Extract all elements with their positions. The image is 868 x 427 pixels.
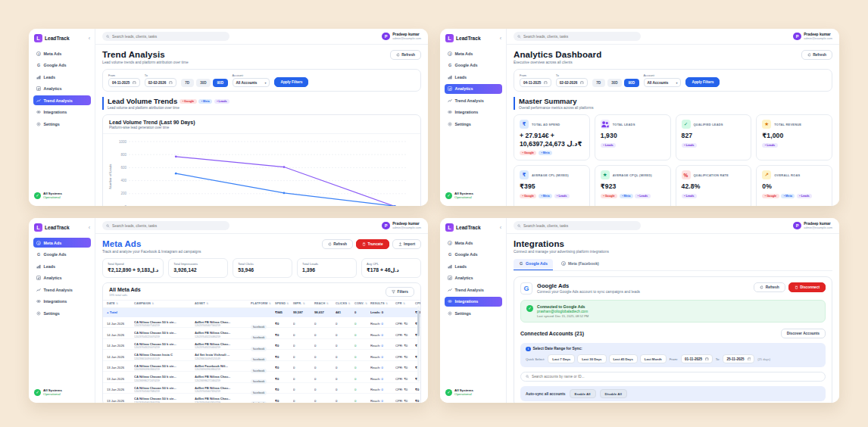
sidebar-item-settings[interactable]: Settings — [445, 119, 502, 129]
sidebar-item-analytics[interactable]: Analytics — [445, 84, 502, 94]
refresh-button[interactable]: Refresh — [322, 239, 353, 249]
from-date-input[interactable]: 04-11-2025 — [108, 78, 140, 87]
enable-all-button[interactable]: Enable All — [570, 389, 596, 398]
quick-select-last-30-days[interactable]: Last 30 Days — [577, 354, 606, 363]
search-input[interactable] — [523, 35, 637, 39]
table-row[interactable]: 14 Jan 2026CA Nilima Chavan Insta C12023… — [103, 350, 420, 361]
column-header-reach[interactable]: REACH ⇅ — [314, 302, 334, 305]
table-total-row[interactable]: + Total₹84599,58798,6574410Leads: 0₹133 — [103, 308, 420, 317]
user-chip[interactable]: P Pradeep kumar admin@example.com — [382, 222, 421, 230]
table-row[interactable]: 13 Jan 2026CA Nilima Chavan 50 k vie...1… — [103, 383, 420, 394]
range-pill-7d[interactable]: 7D — [181, 79, 194, 87]
sidebar-item-google-ads[interactable]: GGoogle Ads — [445, 250, 502, 260]
tab-google-ads[interactable]: GGoogle Ads — [514, 259, 553, 270]
column-header-impr[interactable]: IMPR. ⇅ — [293, 302, 313, 305]
sidebar-collapse-icon[interactable]: ‹ — [89, 36, 90, 41]
sidebar-item-google-ads[interactable]: GGoogle Ads — [33, 250, 91, 260]
global-search[interactable] — [102, 32, 229, 41]
sidebar-item-trend-analysis[interactable]: Trend Analysis — [445, 285, 502, 295]
sidebar-item-leads[interactable]: Leads — [445, 72, 502, 82]
table-scrollbar[interactable] — [417, 306, 420, 382]
column-header-adset[interactable]: ADSET ⇅ — [195, 302, 249, 305]
table-row[interactable]: 13 Jan 2026CA Nilima Chavan 50 k vie...1… — [103, 361, 420, 372]
to-date-input[interactable]: 02-02-2026 — [145, 78, 176, 87]
column-header-platform[interactable]: PLATFORM ⇅ — [251, 302, 273, 305]
sidebar-item-settings[interactable]: Settings — [445, 308, 502, 318]
accounts-search[interactable] — [520, 372, 826, 382]
sidebar-item-analytics[interactable]: Analytics — [33, 273, 91, 283]
discover-accounts-button[interactable]: Discover Accounts — [781, 329, 826, 338]
refresh-button[interactable]: Refresh — [801, 50, 832, 60]
range-pill-30d[interactable]: 30D — [196, 79, 211, 87]
column-header-results[interactable]: RESULTS ⇅ — [370, 302, 394, 305]
table-row[interactable]: 14 Jan 2026CA Nilima Chavan 50 k vie...1… — [103, 328, 420, 339]
apply-filters-button[interactable]: Apply Filters — [685, 77, 720, 87]
column-header-cpr[interactable]: CPR ⇅ — [395, 302, 414, 305]
sidebar-item-meta-ads[interactable]: fMeta Ads — [445, 238, 502, 248]
sidebar-collapse-icon[interactable]: ‹ — [89, 225, 90, 230]
column-header-cpm[interactable]: CPM ⇅ — [415, 302, 421, 305]
apply-filters-button[interactable]: Apply Filters — [274, 77, 308, 87]
from-date-input[interactable]: 04-11-2025 — [520, 78, 551, 87]
accounts-search-input[interactable] — [532, 375, 820, 379]
column-header-clicks[interactable]: CLICKS ⇅ — [336, 302, 353, 305]
sidebar-item-integrations[interactable]: Integrations — [445, 297, 502, 307]
sync-to-date[interactable]: 25-11-2025 — [723, 354, 754, 363]
global-search[interactable] — [102, 221, 229, 230]
sidebar-item-integrations[interactable]: Integrations — [33, 108, 91, 117]
user-chip[interactable]: P Pradeep kumar admin@example.com — [793, 33, 832, 41]
sidebar-item-trend-analysis[interactable]: Trend Analysis — [445, 95, 502, 105]
disconnect-button[interactable]: Disconnect — [788, 282, 826, 292]
sidebar-item-meta-ads[interactable]: fMeta Ads — [33, 238, 91, 248]
sidebar-item-integrations[interactable]: Integrations — [445, 108, 502, 117]
user-chip[interactable]: P Pradeep kumar admin@example.com — [793, 222, 832, 230]
sync-from-date[interactable]: 01-11-2025 — [681, 354, 713, 363]
column-header-conv[interactable]: CONV. ⇅ — [354, 302, 369, 305]
quick-select-last-45-days[interactable]: Last 45 Days — [609, 354, 638, 363]
table-row[interactable]: 14 Jan 2026CA Nilima Chavan 50 k vie...1… — [103, 317, 420, 329]
sidebar-item-leads[interactable]: Leads — [33, 72, 91, 82]
to-date-input[interactable]: 02-02-2026 — [556, 78, 588, 87]
sidebar-item-google-ads[interactable]: GGoogle Ads — [445, 61, 502, 70]
search-input[interactable] — [523, 224, 637, 228]
account-select[interactable]: All Accounts▾ — [644, 78, 682, 87]
sidebar-item-meta-ads[interactable]: fMeta Ads — [445, 48, 502, 58]
sidebar-item-google-ads[interactable]: GGoogle Ads — [33, 61, 91, 70]
sidebar-item-leads[interactable]: Leads — [33, 261, 91, 271]
quick-select-last-month[interactable]: Last Month — [640, 354, 667, 363]
sidebar-item-analytics[interactable]: Analytics — [33, 84, 91, 94]
range-pill-7d[interactable]: 7D — [592, 79, 605, 87]
user-chip[interactable]: P Pradeep kumar admin@example.com — [382, 33, 421, 41]
import-button[interactable]: Import — [392, 239, 421, 249]
search-input[interactable] — [112, 224, 226, 228]
sidebar-collapse-icon[interactable]: ‹ — [500, 225, 501, 230]
account-select[interactable]: All Accounts▾ — [233, 78, 270, 87]
column-header-spend[interactable]: SPEND ⇅ — [275, 302, 292, 305]
tab-meta-facebook[interactable]: fMeta (Facebook) — [556, 259, 604, 270]
disable-all-button[interactable]: Disable All — [600, 389, 627, 398]
sidebar-item-settings[interactable]: Settings — [33, 308, 91, 318]
global-search[interactable] — [514, 32, 641, 41]
sidebar-item-trend-analysis[interactable]: Trend Analysis — [33, 95, 91, 105]
range-pill-90d[interactable]: 90D — [213, 79, 227, 87]
range-pill-90d[interactable]: 90D — [624, 79, 639, 87]
sidebar-item-settings[interactable]: Settings — [33, 119, 91, 129]
sidebar-item-leads[interactable]: Leads — [445, 261, 502, 271]
table-row[interactable]: 14 Jan 2026CA Nilima Chavan 50 k vie...1… — [103, 339, 420, 351]
sidebar-item-integrations[interactable]: Integrations — [33, 297, 91, 307]
truncate-button[interactable]: Truncate — [356, 239, 389, 249]
refresh-button[interactable]: Refresh — [754, 282, 785, 292]
refresh-button[interactable]: Refresh — [390, 50, 421, 60]
column-header-date[interactable]: DATE ⇅ — [107, 302, 133, 305]
search-input[interactable] — [112, 35, 226, 39]
sidebar-item-trend-analysis[interactable]: Trend Analysis — [33, 285, 91, 295]
sidebar-item-meta-ads[interactable]: fMeta Ads — [33, 48, 91, 58]
scrollbar-thumb[interactable] — [417, 310, 420, 336]
sidebar-item-analytics[interactable]: Analytics — [445, 273, 502, 283]
quick-select-last-7-days[interactable]: Last 7 Days — [548, 354, 575, 363]
global-search[interactable] — [514, 221, 641, 230]
table-row[interactable]: 13 Jan 2026CA Nilima Chavan 50 k vie...1… — [103, 394, 420, 403]
range-pill-30d[interactable]: 30D — [607, 79, 622, 87]
sidebar-collapse-icon[interactable]: ‹ — [500, 36, 501, 41]
table-row[interactable]: 13 Jan 2026CA Nilima Chavan 50 k vie...1… — [103, 372, 420, 383]
